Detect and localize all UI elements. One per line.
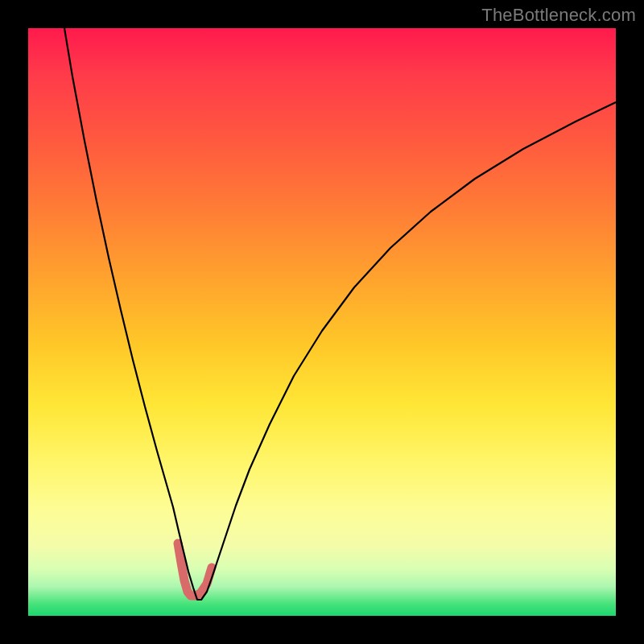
- main-curve-path: [64, 28, 616, 600]
- chart-svg: [28, 28, 616, 616]
- chart-frame: TheBottleneck.com: [0, 0, 644, 644]
- plot-area: [28, 28, 616, 616]
- watermark-text: TheBottleneck.com: [481, 5, 636, 26]
